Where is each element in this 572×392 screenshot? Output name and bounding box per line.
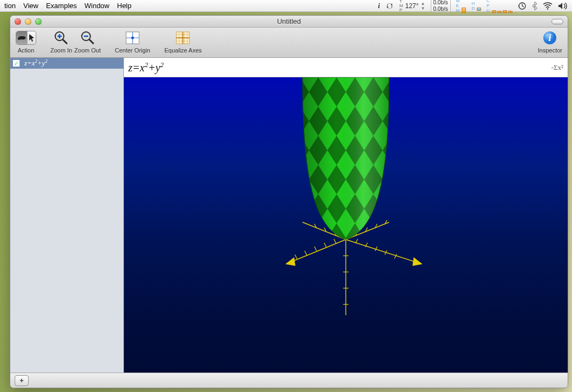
temperature-widget[interactable]: TMP 127° ▲▼ [399,0,425,12]
title-bar[interactable]: Untitled [10,16,568,28]
svg-line-30 [334,239,336,243]
svg-point-12 [131,37,134,39]
menu-items: tion View Examples Window Help [4,2,132,10]
wifi-icon[interactable] [543,2,553,10]
bottom-bar: + [10,373,568,388]
formula-bar: z=x2+y2 -Σx² [124,58,568,77]
hand-tool-icon[interactable] [16,31,28,44]
svg-marker-28 [413,258,422,265]
menu-item[interactable]: View [23,2,38,10]
inspector-label: Inspector [538,47,562,54]
network-widget[interactable]: 0.0b/s 0.0b/s [431,0,451,13]
menu-item[interactable]: tion [4,2,16,10]
equalize-axes-icon [173,30,193,46]
equation-checkbox[interactable]: ✓ [12,59,20,67]
svg-text:i: i [549,32,551,43]
equalize-axes-button[interactable]: Equalize Axes [165,30,202,54]
time-machine-icon[interactable] [518,2,527,10]
system-menu-bar: tion View Examples Window Help i TMP 127… [0,0,572,12]
menu-item[interactable]: Examples [46,2,77,10]
memory-widget[interactable]: MEM [456,0,466,13]
cpu-widget[interactable]: CPU [486,0,512,13]
zoom-in-icon [51,30,71,46]
zoom-out-icon [77,30,98,46]
content-area: ✓ z=x2+y2 z=x2+y2 -Σx² [10,58,568,373]
inspector-icon: i [540,30,560,46]
disk-widget[interactable]: HD [471,1,481,11]
zoom-in-label: Zoom In [50,47,72,54]
center-origin-label: Center Origin [115,47,150,54]
svg-marker-26 [286,258,295,265]
add-equation-button[interactable]: + [15,375,29,386]
svg-line-7 [89,39,94,44]
center-origin-button[interactable]: Center Origin [115,30,150,54]
plot-svg [124,77,568,369]
zoom-out-button[interactable]: Zoom Out [74,30,101,54]
equation-sidebar: ✓ z=x2+y2 [10,58,124,373]
menu-item[interactable]: Help [117,2,132,10]
center-origin-icon [122,30,143,46]
temperature-value: 127° [405,2,419,10]
plot-canvas[interactable] [124,77,568,373]
bluetooth-icon[interactable] [532,2,537,10]
inspector-button[interactable]: i Inspector [538,30,562,54]
svg-line-33 [305,251,307,255]
sigma-toggle-button[interactable]: -Σx² [551,63,563,72]
svg-line-31 [324,243,326,247]
equation-formula: z=x2+y2 [24,58,48,68]
svg-line-25 [286,240,346,264]
pointer-tool-icon[interactable] [28,31,36,44]
svg-line-43 [395,254,397,258]
equalize-axes-label: Equalize Axes [165,47,202,54]
sync-icon[interactable] [385,2,394,10]
menu-item[interactable]: Window [84,2,109,10]
action-label: Action [18,47,35,54]
paraboloid-surface [303,77,389,240]
plot-viewer: z=x2+y2 -Σx² [124,58,568,373]
svg-line-3 [63,39,67,44]
app-window: Untitled Action Zoom [10,15,568,388]
equation-list-item[interactable]: ✓ z=x2+y2 [10,58,123,69]
formula-display[interactable]: z=x2+y2 [128,61,164,74]
net-up: 0.0b/s [433,0,448,6]
net-down: 0.0b/s [433,6,448,12]
info-icon[interactable]: i [378,2,380,10]
zoom-out-label: Zoom Out [74,47,101,54]
zoom-in-button[interactable]: Zoom In [50,30,72,54]
status-area: i TMP 127° ▲▼ 0.0b/s 0.0b/s MEM HD CPU [378,0,568,13]
svg-line-34 [295,255,297,259]
svg-point-1 [547,8,548,9]
window-title: Untitled [10,17,568,25]
toolbar: Action Zoom In Zoom Out Center Origin [10,28,568,58]
volume-icon[interactable] [558,2,568,10]
svg-line-32 [314,247,317,251]
action-button[interactable]: Action [16,30,36,54]
svg-line-27 [346,240,422,264]
